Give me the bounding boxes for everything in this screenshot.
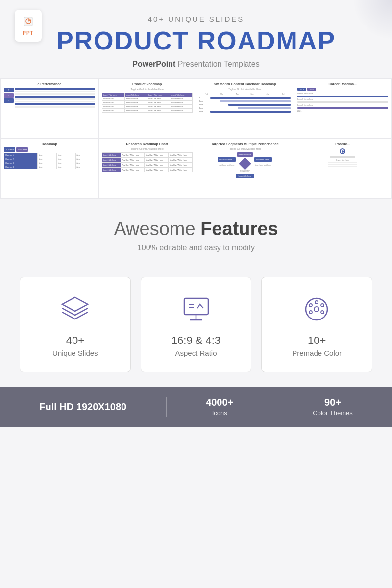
title-plain: PRODUCT bbox=[56, 26, 197, 55]
footer-divider-2 bbox=[273, 397, 273, 417]
monitor-icon bbox=[179, 292, 213, 326]
slide-thumb-product-roadmap[interactable]: Product Roadmap Tagline Go Into Availabl… bbox=[99, 79, 196, 138]
feature-number-ratio: 16:9 & 4:3 bbox=[172, 334, 220, 347]
slide-thumb-gantt[interactable]: Six Month Content Calendar Roadmap Tagli… bbox=[196, 79, 294, 138]
footer-hd-value: Full HD 1920X1080 bbox=[39, 401, 126, 413]
feature-label-slides: Unique Slides bbox=[52, 349, 98, 357]
footer-icons-value: 4000+ bbox=[206, 397, 233, 408]
slide-thumb-segments[interactable]: Targeted Segments Multiple Performance T… bbox=[196, 139, 294, 198]
desc-bold: PowerPoint bbox=[132, 60, 177, 68]
slide-title-8: Produc... bbox=[297, 142, 389, 146]
feature-label-color: Premade Color bbox=[292, 349, 342, 357]
features-title: Awesome Features bbox=[10, 219, 382, 240]
footer: Full HD 1920X1080 4000+ Icons 90+ Color … bbox=[0, 387, 392, 427]
features-subtitle: 100% editable and easy to modify bbox=[10, 244, 382, 252]
header-subtitle-top: 40+ UNIQUE SLIDES bbox=[10, 15, 382, 23]
slide-title-7: Targeted Segments Multiple Performance bbox=[199, 142, 291, 146]
features-title-plain: Awesome bbox=[114, 219, 200, 239]
desc-rest: Presentation Templates bbox=[178, 60, 260, 68]
slide-thumb-research[interactable]: Research Roadmap Chart Tagline Go Into A… bbox=[99, 139, 196, 198]
feature-card-ratio: 16:9 & 4:3 Aspect Ratio bbox=[141, 277, 252, 372]
feature-cards-container: 40+ Unique Slides 16:9 & 4:3 Aspect Rati… bbox=[0, 262, 392, 387]
footer-item-icons: 4000+ Icons bbox=[206, 397, 233, 417]
footer-item-hd: Full HD 1920X1080 bbox=[39, 401, 126, 413]
slide-thumb-performance[interactable]: e Performance T T T bbox=[1, 79, 98, 138]
svg-point-15 bbox=[321, 311, 324, 314]
footer-themes-value: 90+ bbox=[313, 397, 352, 408]
slide-title-4: Career Roadma... bbox=[297, 82, 389, 86]
svg-point-10 bbox=[306, 298, 327, 320]
footer-icons-label: Icons bbox=[212, 409, 227, 416]
main-title: PRODUCT ROADMAP bbox=[10, 27, 382, 55]
slides-row-2: Roadmap Do to Here Tasks Here Quarter 1i… bbox=[1, 139, 391, 198]
svg-marker-4 bbox=[62, 297, 88, 311]
ppt-badge: PPT bbox=[15, 10, 42, 42]
feature-card-slides: 40+ Unique Slides bbox=[20, 277, 131, 372]
slides-grid: e Performance T T T bbox=[0, 78, 392, 199]
slide-thumb-product2[interactable]: Produc... Insert title here bbox=[294, 139, 392, 198]
slide-title-6: Research Roadmap Chart bbox=[102, 142, 193, 146]
sub-description: PowerPoint Presentation Templates bbox=[10, 60, 382, 69]
feature-card-color: 10+ Premade Color bbox=[261, 277, 372, 372]
feature-number-slides: 40+ bbox=[66, 334, 84, 347]
header-section: PPT 40+ UNIQUE SLIDES PRODUCT ROADMAP Po… bbox=[0, 0, 392, 78]
svg-point-11 bbox=[314, 307, 319, 312]
slide-thumb-career[interactable]: Career Roadma... 2019 2020 Branch items … bbox=[294, 79, 392, 138]
svg-point-14 bbox=[321, 304, 324, 307]
slides-row-1: e Performance T T T bbox=[1, 79, 391, 138]
slide-title-3: Six Month Content Calendar Roadmap bbox=[199, 82, 291, 86]
ppt-label: PPT bbox=[23, 30, 33, 36]
slide-title-1: e Performance bbox=[4, 82, 95, 86]
footer-themes-label: Color Themes bbox=[313, 409, 352, 416]
features-section: Awesome Features 100% editable and easy … bbox=[0, 199, 392, 262]
title-bold: ROADMAP bbox=[197, 26, 336, 55]
palette-icon bbox=[300, 292, 334, 326]
slide-title-5: Roadmap bbox=[4, 142, 95, 146]
svg-rect-5 bbox=[184, 298, 208, 315]
slide-title-2: Product Roadmap bbox=[102, 82, 193, 86]
feature-number-color: 10+ bbox=[308, 334, 326, 347]
features-title-bold: Features bbox=[200, 219, 278, 239]
svg-point-13 bbox=[315, 301, 318, 304]
layers-icon bbox=[58, 292, 92, 326]
ppt-icon bbox=[23, 16, 34, 29]
slide-thumb-roadmap2[interactable]: Roadmap Do to Here Tasks Here Quarter 1i… bbox=[1, 139, 98, 198]
svg-point-12 bbox=[309, 304, 312, 307]
svg-point-16 bbox=[309, 311, 312, 314]
footer-divider-1 bbox=[166, 397, 167, 417]
feature-label-ratio: Aspect Ratio bbox=[175, 349, 217, 357]
footer-item-themes: 90+ Color Themes bbox=[313, 397, 352, 417]
